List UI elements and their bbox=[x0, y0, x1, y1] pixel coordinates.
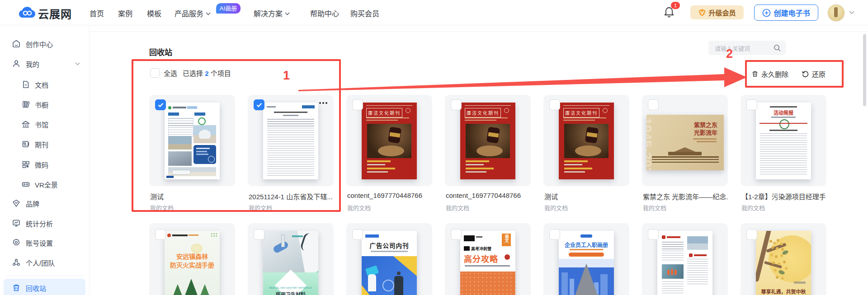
nl-logo bbox=[689, 253, 693, 257]
nav-cases[interactable]: 案例 bbox=[118, 8, 132, 19]
search-icon[interactable] bbox=[773, 44, 781, 52]
mag-rule bbox=[563, 105, 609, 106]
ai-album-badge[interactable]: AI画册 bbox=[216, 3, 241, 14]
sidebar-item-personal-team[interactable]: 个人/团队 bbox=[0, 256, 89, 269]
restore-button[interactable]: 还原 bbox=[802, 68, 826, 79]
selected-count: 2 bbox=[205, 70, 208, 77]
doc-title-line bbox=[274, 112, 307, 113]
mag-title: 廉洁文化期刊 bbox=[563, 108, 599, 117]
onboard-city bbox=[559, 259, 614, 295]
sidebar-item-microcode[interactable]: 微码 bbox=[0, 158, 89, 171]
card-checkbox[interactable] bbox=[648, 229, 659, 240]
palace-hall bbox=[668, 152, 702, 155]
forest-flower bbox=[191, 243, 203, 253]
sidebar-item-brand[interactable]: 品牌 bbox=[0, 197, 89, 210]
mag-logo bbox=[406, 108, 410, 113]
nav-home[interactable]: 首页 bbox=[90, 8, 104, 19]
card-title: 紫禁之东 光影流年——纪念... bbox=[643, 192, 728, 201]
search-input[interactable] bbox=[714, 41, 770, 56]
subject-tab: 语文 bbox=[502, 234, 511, 246]
card-checkbox[interactable] bbox=[746, 229, 757, 240]
mag-rule bbox=[366, 105, 412, 106]
card-checkbox[interactable] bbox=[451, 99, 462, 110]
sidebar-item-mine[interactable]: 我的 bbox=[0, 57, 89, 70]
card-checkbox[interactable] bbox=[155, 229, 166, 240]
figure-left bbox=[368, 274, 376, 291]
settings-icon bbox=[12, 238, 21, 247]
card-checkbox[interactable] bbox=[352, 229, 363, 240]
figure-right bbox=[394, 276, 403, 295]
sidebar-divider bbox=[6, 276, 83, 276]
report-emblem bbox=[779, 119, 789, 129]
mag-white-line bbox=[564, 164, 582, 165]
gavel-base bbox=[575, 145, 601, 156]
avatar[interactable] bbox=[827, 4, 845, 22]
logo-text[interactable]: 云展网 bbox=[38, 5, 72, 21]
create-label: 创建电子书 bbox=[774, 7, 810, 18]
card-subtitle: 我的文档 bbox=[249, 203, 272, 212]
select-all-label[interactable]: 全选 bbox=[164, 68, 177, 78]
nav-products[interactable]: 产品服务 bbox=[175, 8, 211, 19]
sidebar-item-creation-center[interactable]: 创作中心 bbox=[0, 37, 89, 50]
building bbox=[600, 274, 608, 295]
permanent-delete-button[interactable]: 永久删除 bbox=[751, 68, 788, 79]
medical-caps: MEDICAL AND SANITARY MATERIALS bbox=[263, 287, 318, 289]
report-subhead bbox=[769, 130, 797, 131]
sidebar-item-bookshelf[interactable]: 书橱 bbox=[0, 98, 89, 111]
exam-camp-text: 高考冲刺营 bbox=[471, 246, 491, 252]
card-title: 测试 bbox=[150, 192, 235, 201]
mag-yellow-line bbox=[466, 168, 494, 169]
create-ebook-button[interactable]: 创建电子书 bbox=[754, 5, 818, 21]
card-checkbox[interactable] bbox=[254, 99, 264, 110]
sidebar-item-documents[interactable]: 文档 bbox=[0, 78, 89, 91]
card-checkbox[interactable] bbox=[254, 229, 264, 240]
sidebar-item-library[interactable]: 书馆 bbox=[0, 118, 89, 131]
sidebar-item-recycle-bin[interactable]: 回收站 bbox=[0, 281, 89, 294]
cover-photo-plant bbox=[168, 136, 192, 150]
content-top-divider bbox=[89, 31, 868, 32]
building bbox=[561, 272, 568, 295]
exam-orange-bottom bbox=[460, 272, 515, 295]
mag-white-line bbox=[367, 164, 385, 165]
nav-buy-vip[interactable]: 购买会员 bbox=[350, 8, 379, 19]
mag-subline bbox=[563, 117, 606, 118]
sidebar-item-vr-panorama[interactable]: VR全景 bbox=[0, 178, 89, 191]
sidebar-item-statistics[interactable]: 统计分析 bbox=[0, 217, 89, 229]
card-more-menu[interactable] bbox=[319, 101, 329, 105]
cover-blue-panel bbox=[193, 145, 216, 164]
stats-icon bbox=[12, 219, 21, 228]
card-checkbox[interactable] bbox=[352, 99, 363, 110]
scrollbar-thumb[interactable] bbox=[863, 34, 866, 106]
nav-solutions[interactable]: 解决方案 bbox=[254, 8, 290, 19]
card-checkbox[interactable] bbox=[648, 99, 659, 110]
upgrade-vip-button[interactable]: 升级会员 bbox=[690, 5, 744, 19]
card-subtitle: 我的文档 bbox=[741, 203, 765, 212]
nav-help[interactable]: 帮助中心 bbox=[310, 8, 339, 19]
mag-white-line bbox=[564, 171, 585, 173]
figure-head bbox=[397, 272, 401, 275]
forest-logo-text bbox=[172, 234, 188, 236]
top-navbar: 云展网 首页 案例 模板 产品服务 AI画册 解决方案 帮助中心 购买会员 1 … bbox=[0, 0, 868, 25]
exam-title: 高分攻略 bbox=[464, 253, 498, 264]
card-checkbox[interactable] bbox=[549, 229, 560, 240]
ad-subline bbox=[371, 251, 408, 252]
cover-header-left bbox=[168, 112, 179, 116]
check-icon bbox=[256, 103, 262, 108]
card-checkbox[interactable] bbox=[746, 99, 757, 110]
nav-templates[interactable]: 模板 bbox=[147, 8, 161, 19]
card-checkbox[interactable] bbox=[451, 229, 462, 240]
recycle-bin-page: 云展网 首页 案例 模板 产品服务 AI画册 解决方案 帮助中心 购买会员 1 … bbox=[0, 0, 868, 295]
account-chevron-down-icon[interactable] bbox=[849, 11, 854, 14]
sidebar-item-account-settings[interactable]: 账号设置 bbox=[0, 236, 89, 249]
card-checkbox[interactable] bbox=[155, 99, 166, 110]
report-red-rule bbox=[760, 123, 807, 124]
gavel-base bbox=[476, 145, 503, 156]
cover-header-right bbox=[194, 112, 205, 116]
card-title: 测试 bbox=[544, 192, 629, 201]
select-all-checkbox[interactable] bbox=[150, 68, 160, 78]
mag-gavel-photo bbox=[367, 124, 411, 158]
cover-midautumn: 尊享礼遇，共贺中秋 bbox=[756, 231, 811, 295]
chevron-down-icon bbox=[206, 12, 211, 15]
sidebar-item-journal[interactable]: 期刊 bbox=[0, 138, 89, 150]
card-checkbox[interactable] bbox=[549, 99, 560, 110]
